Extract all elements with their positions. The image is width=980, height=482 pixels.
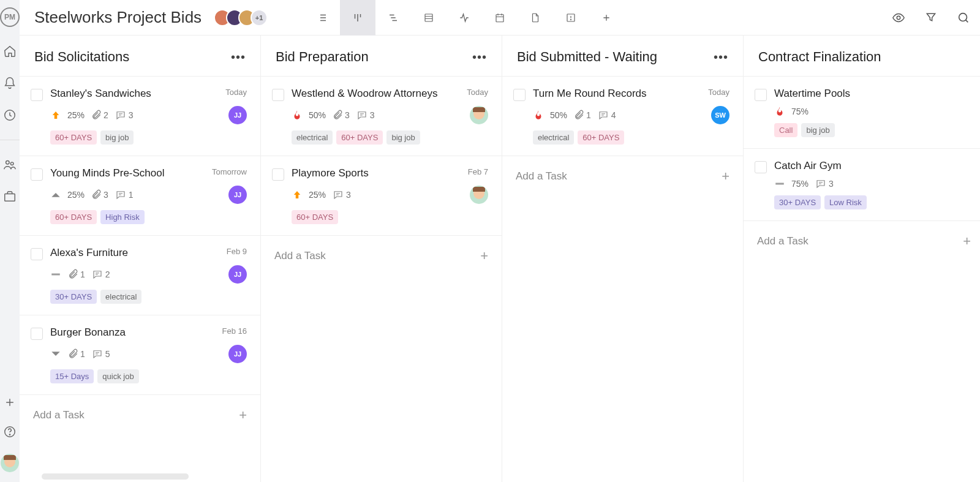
priority-up-icon: [50, 110, 61, 121]
add-task-button[interactable]: Add a Task+: [20, 395, 260, 435]
task-card[interactable]: Westlend & Woodrow AttorneysToday50%33el…: [261, 77, 502, 156]
tag[interactable]: electrical: [292, 130, 333, 145]
tag[interactable]: 60+ DAYS: [50, 210, 97, 224]
project-title: Steelworks Project Bids: [34, 8, 202, 27]
task-card[interactable]: Turn Me Round RecordsToday50%14SWelectri…: [502, 77, 743, 156]
task-card[interactable]: Watertime Pools75%Callbig job: [744, 77, 980, 149]
gantt-view-icon[interactable]: [375, 0, 411, 36]
task-checkbox[interactable]: [31, 248, 43, 260]
column-menu-icon[interactable]: •••: [231, 50, 246, 64]
app-logo[interactable]: PM: [0, 7, 20, 27]
task-due: Today: [708, 88, 729, 97]
tag[interactable]: quick job: [97, 369, 138, 383]
add-task-button[interactable]: Add a Task+: [744, 221, 980, 262]
task-tags: 30+ DAYSLow Risk: [774, 195, 971, 209]
scrollbar[interactable]: [42, 473, 189, 480]
briefcase-icon[interactable]: [2, 189, 17, 204]
task-checkbox[interactable]: [755, 161, 767, 173]
tag[interactable]: 30+ DAYS: [774, 195, 821, 209]
kanban-board: Bid Solicitations•••Stanley's Sandwiches…: [20, 36, 980, 482]
task-checkbox[interactable]: [755, 89, 767, 101]
tag[interactable]: big job: [100, 130, 134, 145]
tag[interactable]: Call: [774, 123, 797, 137]
add-icon[interactable]: [2, 395, 17, 410]
clock-icon[interactable]: [2, 108, 17, 122]
tag[interactable]: Low Risk: [824, 195, 867, 209]
risk-view-icon[interactable]: [553, 0, 589, 36]
assignee-avatar[interactable]: JJ: [228, 186, 247, 204]
svg-point-11: [959, 13, 967, 21]
tag[interactable]: 60+ DAYS: [292, 210, 338, 224]
board-view-icon[interactable]: [340, 0, 375, 36]
file-view-icon[interactable]: [518, 0, 553, 36]
filter-icon[interactable]: [925, 11, 937, 24]
column-menu-icon[interactable]: •••: [714, 50, 728, 64]
task-checkbox[interactable]: [31, 328, 43, 340]
table-view-icon[interactable]: [411, 0, 447, 36]
task-tags: 60+ DAYS: [292, 210, 488, 224]
assignee-avatar[interactable]: [470, 186, 488, 204]
task-tags: electrical60+ DAYS: [533, 130, 729, 145]
board-column: Bid Submitted - Waiting•••Turn Me Round …: [502, 36, 744, 482]
attachment-count: 2: [91, 110, 108, 121]
task-card[interactable]: Stanley's SandwichesToday25%23JJ60+ DAYS…: [20, 77, 260, 156]
priority-down-icon: [50, 350, 61, 358]
task-card[interactable]: Catch Air Gym75%330+ DAYSLow Risk: [744, 149, 980, 221]
home-icon[interactable]: [2, 44, 17, 59]
tag[interactable]: big job: [801, 123, 834, 137]
bell-icon[interactable]: [2, 76, 17, 91]
task-card[interactable]: Burger BonanzaFeb 1615JJ15+ Daysquick jo…: [20, 315, 260, 395]
task-checkbox[interactable]: [272, 168, 284, 181]
plus-icon: +: [963, 233, 971, 249]
eye-icon[interactable]: [892, 11, 905, 24]
assignee-avatar[interactable]: SW: [711, 106, 729, 124]
assignee-avatar[interactable]: JJ: [228, 345, 247, 363]
svg-rect-3: [5, 194, 15, 201]
tag[interactable]: 60+ DAYS: [50, 130, 97, 145]
task-title: Westlend & Woodrow Attorneys: [292, 88, 437, 100]
add-view-icon[interactable]: [589, 0, 624, 36]
assignee-avatar[interactable]: JJ: [228, 106, 247, 124]
extra-members[interactable]: +1: [251, 9, 268, 26]
task-card[interactable]: Young Minds Pre-SchoolTomorrow25%31JJ60+…: [20, 156, 260, 236]
task-checkbox[interactable]: [513, 89, 526, 101]
task-due: Feb 16: [222, 326, 247, 336]
task-due: Feb 9: [227, 247, 247, 256]
attachment-count: 3: [332, 110, 350, 121]
activity-view-icon[interactable]: [447, 0, 482, 36]
list-view-icon[interactable]: [304, 0, 340, 36]
people-icon[interactable]: [2, 157, 17, 172]
tag[interactable]: electrical: [100, 290, 141, 304]
tag[interactable]: 30+ DAYS: [50, 290, 97, 304]
task-checkbox[interactable]: [272, 89, 284, 101]
task-title: Turn Me Round Records: [533, 88, 647, 100]
column-title: Contract Finalization: [758, 49, 881, 65]
tag[interactable]: big job: [386, 130, 420, 145]
assignee-avatar[interactable]: [470, 106, 488, 124]
tag[interactable]: 60+ DAYS: [578, 130, 624, 145]
tag[interactable]: High Risk: [100, 210, 145, 224]
comment-count: 5: [91, 348, 110, 360]
tag[interactable]: 15+ Days: [50, 369, 94, 383]
calendar-view-icon[interactable]: [482, 0, 518, 36]
help-icon[interactable]: [2, 424, 17, 439]
column-title: Bid Submitted - Waiting: [517, 49, 657, 65]
add-task-button[interactable]: Add a Task+: [261, 236, 502, 276]
user-avatar[interactable]: [1, 454, 19, 472]
add-task-button[interactable]: Add a Task+: [502, 156, 743, 197]
tag[interactable]: electrical: [533, 130, 574, 145]
task-checkbox[interactable]: [31, 168, 43, 181]
topbar: Steelworks Project Bids +1: [20, 0, 980, 36]
search-icon[interactable]: [957, 11, 970, 24]
assignee-avatar[interactable]: JJ: [228, 265, 247, 284]
task-card[interactable]: Alexa's FurnitureFeb 912JJ30+ DAYSelectr…: [20, 236, 260, 315]
comment-count: 4: [597, 110, 616, 121]
task-card[interactable]: Playmore SportsFeb 725%360+ DAYS: [261, 156, 502, 236]
task-due: Today: [467, 88, 488, 97]
member-avatars[interactable]: +1: [214, 9, 268, 26]
attachment-count: 1: [67, 269, 85, 280]
column-menu-icon[interactable]: •••: [472, 50, 487, 64]
tag[interactable]: 60+ DAYS: [336, 130, 383, 145]
attachment-count: 1: [573, 110, 591, 121]
task-checkbox[interactable]: [31, 89, 43, 101]
